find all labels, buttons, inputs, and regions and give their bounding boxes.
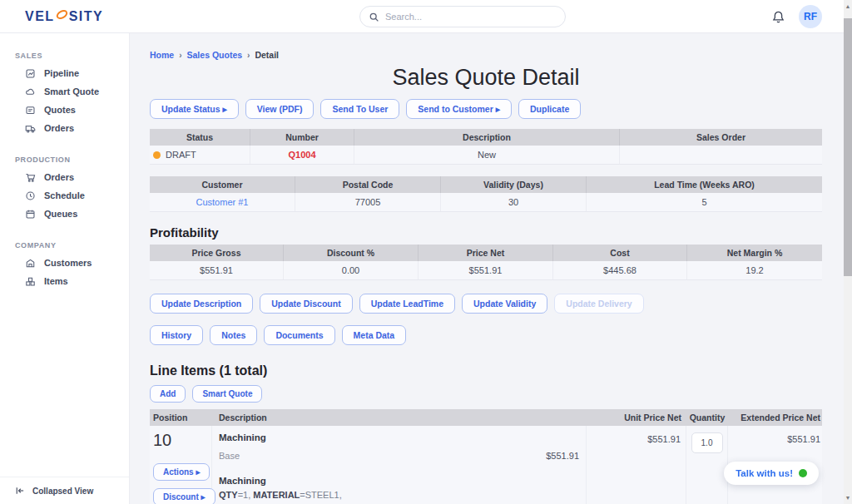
line-discount-button[interactable]: Discount ▸ — [153, 488, 215, 504]
sidebar-item-items[interactable]: Items — [0, 272, 129, 290]
breadcrumb: Home › Sales Quotes › Detail — [150, 50, 822, 60]
sidebar-item-customers[interactable]: Customers — [0, 254, 129, 272]
search-input[interactable] — [385, 12, 557, 22]
page-title: Sales Quote Detail — [150, 65, 822, 91]
profitability-table-row: $551.91 0.00 $551.91 $445.68 19.2 — [150, 261, 822, 280]
col-net-margin: Net Margin % — [687, 245, 822, 261]
sidebar-item-schedule[interactable]: Schedule — [0, 186, 129, 205]
send-to-customer-button[interactable]: Send to Customer ▸ — [406, 99, 512, 119]
sidebar-item-label: Quotes — [44, 105, 76, 115]
meta-data-button[interactable]: Meta Data — [342, 325, 407, 345]
edit-button-row: Update Description Update Discount Updat… — [150, 294, 822, 314]
base-label: Base — [219, 451, 240, 461]
collapse-left-icon — [15, 486, 25, 496]
update-status-button[interactable]: Update Status ▸ — [150, 99, 239, 119]
col-lead-time: Lead Time (Weeks ARO) — [587, 176, 822, 193]
pipeline-icon — [25, 68, 36, 79]
col-postal: Postal Code — [295, 176, 441, 193]
chevron-right-icon: › — [247, 51, 250, 60]
smart-quote-button[interactable]: Smart Quote — [192, 385, 262, 403]
sidebar-section-company: COMPANY — [15, 241, 129, 250]
discount-value: 0.00 — [284, 261, 419, 279]
description-value: New — [354, 146, 620, 164]
send-to-user-button[interactable]: Send To User — [320, 99, 399, 119]
sidebar-item-label: Schedule — [44, 190, 85, 200]
main-content: Home › Sales Quotes › Detail Sales Quote… — [130, 33, 852, 504]
sidebar-item-sales-orders[interactable]: Orders — [0, 119, 129, 137]
profitability-heading: Profitability — [150, 225, 822, 240]
update-validity-button[interactable]: Update Validity — [462, 294, 547, 314]
status-dot-icon — [153, 151, 161, 159]
breadcrumb-home[interactable]: Home — [150, 50, 174, 60]
view-pdf-button[interactable]: View (PDF) — [245, 99, 315, 119]
notes-button[interactable]: Notes — [210, 325, 257, 345]
sidebar-item-label: Orders — [44, 172, 74, 182]
config-line: QTY=1, MATERIAL=STEEL1, — [219, 488, 579, 502]
scrollbar-thumb[interactable] — [844, 18, 852, 276]
col-sales-order: Sales Order — [620, 129, 822, 146]
user-avatar[interactable]: RF — [799, 5, 822, 28]
status-table-row: DRAFT Q1004 New — [150, 146, 822, 165]
price-gross-value: $551.91 — [150, 261, 284, 279]
sidebar-item-label: Queues — [44, 209, 77, 219]
col-price-gross: Price Gross — [150, 245, 284, 261]
page-scrollbar: ▲ ▼ — [844, 0, 852, 504]
documents-button[interactable]: Documents — [264, 325, 334, 345]
update-description-button[interactable]: Update Description — [150, 294, 253, 314]
duplicate-button[interactable]: Duplicate — [518, 99, 581, 119]
customer-cell: Customer #1 — [150, 193, 295, 211]
sidebar-item-pipeline[interactable]: Pipeline — [0, 64, 129, 82]
line-actions-button[interactable]: Actions ▸ — [153, 463, 210, 481]
col-position: Position — [150, 413, 212, 422]
price-net-value: $551.91 — [419, 261, 553, 279]
history-button[interactable]: History — [150, 325, 203, 345]
sidebar-section-sales: SALES — [15, 52, 129, 60]
scroll-up-icon[interactable]: ▲ — [844, 3, 852, 9]
sidebar-item-production-orders[interactable]: Orders — [0, 168, 129, 186]
app-logo[interactable]: VEL SITY — [25, 8, 103, 24]
col-price-net: Price Net — [419, 245, 553, 261]
quote-toolbar: Update Status ▸ View (PDF) Send To User … — [150, 99, 822, 119]
add-line-item-button[interactable]: Add — [150, 385, 186, 403]
status-value: DRAFT — [166, 150, 196, 160]
customer-link[interactable]: Customer #1 — [196, 197, 249, 207]
col-customer: Customer — [150, 176, 295, 193]
line-items-actions: Add Smart Quote — [150, 385, 822, 403]
sidebar-item-label: Orders — [44, 123, 74, 133]
position-value: 10 — [153, 431, 208, 450]
customer-table-row: Customer #1 77005 30 5 — [150, 193, 822, 212]
sidebar-item-quotes[interactable]: Quotes — [0, 101, 129, 119]
sidebar: SALES Pipeline Smart Quote Quotes Orders… — [0, 33, 130, 504]
breadcrumb-sales-quotes[interactable]: Sales Quotes — [187, 50, 243, 60]
bell-icon[interactable] — [771, 10, 785, 24]
quantity-cell — [686, 426, 728, 504]
cost-value: $445.68 — [553, 261, 687, 279]
logo-text-prefix: VEL — [25, 9, 55, 24]
update-discount-button[interactable]: Update Discount — [260, 294, 352, 314]
scroll-down-icon[interactable]: ▼ — [844, 495, 852, 501]
chat-widget-button[interactable]: Talk with us! — [724, 462, 819, 485]
col-discount: Discount % — [284, 245, 419, 261]
sidebar-item-label: Items — [44, 276, 68, 286]
base-value: $551.91 — [546, 451, 579, 461]
cloud-icon — [25, 86, 36, 97]
building-icon — [25, 258, 36, 269]
col-extended-price: Extended Price Net — [728, 413, 822, 422]
document-icon — [25, 105, 36, 116]
update-leadtime-button[interactable]: Update LeadTime — [359, 294, 455, 314]
online-status-icon — [799, 469, 807, 477]
sidebar-item-queues[interactable]: Queues — [0, 205, 129, 223]
calendar-icon — [25, 209, 36, 220]
top-bar: VEL SITY RF — [0, 0, 852, 33]
quantity-input[interactable] — [691, 432, 723, 453]
base-price-line: Base $551.91 — [219, 451, 579, 461]
description-cell: Machining Base $551.91 Machining QTY=1, … — [212, 426, 587, 504]
col-cost: Cost — [553, 245, 687, 261]
col-quantity: Quantity — [686, 413, 728, 422]
velosity-swoosh-icon — [56, 8, 68, 24]
sidebar-item-label: Smart Quote — [44, 86, 99, 96]
sidebar-item-smart-quote[interactable]: Smart Quote — [0, 82, 129, 101]
collapse-sidebar-button[interactable]: Collapsed View — [0, 477, 129, 504]
quote-number: Q1004 — [250, 146, 354, 164]
postal-value: 77005 — [295, 193, 441, 211]
